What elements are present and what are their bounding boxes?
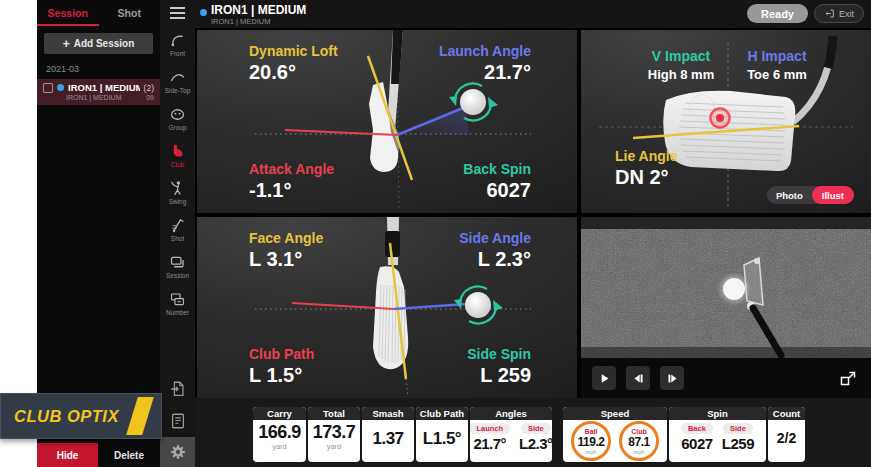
- session-count: (2): [144, 83, 154, 93]
- side-top-view-icon: [169, 69, 186, 86]
- toggle-illust[interactable]: Illust: [812, 186, 854, 204]
- club-path-label: Club Path: [249, 346, 314, 362]
- club-path-value: L1.5°: [416, 429, 468, 449]
- lie-angle-value: DN 2°: [615, 166, 678, 189]
- menu-button[interactable]: [160, 0, 195, 26]
- exit-label: Exit: [839, 9, 854, 19]
- nav-item-session[interactable]: Session: [160, 248, 195, 285]
- total-unit: yard: [308, 442, 360, 451]
- total-value: 173.7: [308, 422, 360, 443]
- nav-item-club[interactable]: Club: [160, 137, 195, 174]
- side-spin-label: Side Spin: [467, 346, 531, 362]
- h-impact-value: Toe 6 mm: [731, 67, 823, 83]
- attack-angle-metric: Attack Angle -1.1°: [249, 161, 334, 202]
- club-optix-screen: Session Shot + Add Session 2021-03 IRON1…: [0, 0, 871, 467]
- nav-label: Club: [171, 161, 184, 168]
- session-date-label: 2021-03: [37, 58, 160, 79]
- session-checkbox[interactable]: [43, 83, 53, 93]
- shot-stats-bar: Carry 166.9 yard Total 173.7 yard Smash …: [195, 398, 871, 467]
- club-speed-value: 87.1: [628, 435, 649, 449]
- main-header: IRON1 | MEDIUM IRON1 | MEDIUM Ready Exit: [195, 0, 871, 28]
- face-angle-value: L 3.1°: [249, 248, 323, 271]
- side-angle-metric: Side Angle L 2.3°: [459, 230, 531, 271]
- dynamic-loft-metric: Dynamic Loft 20.6°: [249, 43, 338, 84]
- ball-speed-value: 119.2: [578, 435, 605, 449]
- carry-value: 166.9: [253, 422, 306, 443]
- count-header: Count: [768, 407, 805, 420]
- carry-header: Carry: [253, 407, 306, 420]
- nav-label: Side-Top: [165, 87, 191, 94]
- hide-button[interactable]: Hide: [37, 443, 98, 467]
- session-status-dot: [57, 84, 64, 91]
- nav-item-shot[interactable]: Shot: [160, 211, 195, 248]
- club-speed-tag: Club: [631, 428, 647, 435]
- step-back-button[interactable]: [626, 366, 650, 390]
- number-view-icon: [169, 291, 186, 308]
- club-view-icon: [169, 143, 186, 160]
- launch-value: 21.7°: [473, 435, 506, 452]
- report-button[interactable]: [160, 408, 195, 434]
- face-angle-metric: Face Angle L 3.1°: [249, 230, 323, 271]
- ball-speed-unit: mph: [586, 449, 597, 455]
- play-button[interactable]: [592, 366, 616, 390]
- carry-unit: yard: [253, 442, 306, 451]
- club-path-metric: Club Path L 1.5°: [249, 346, 314, 387]
- smash-factor-value: 1.37: [362, 429, 414, 449]
- nav-label: Front: [170, 50, 185, 57]
- export-icon: [169, 380, 187, 398]
- tab-session[interactable]: Session: [37, 0, 99, 26]
- club-path-header: Club Path: [416, 407, 468, 420]
- delete-button[interactable]: Delete: [98, 443, 160, 467]
- group-view-icon: [169, 106, 186, 123]
- export-button[interactable]: [160, 376, 195, 402]
- nav-item-side-top[interactable]: Side-Top: [160, 63, 195, 100]
- lie-angle-label: Lie Angle: [615, 148, 678, 164]
- step-forward-button[interactable]: [660, 366, 684, 390]
- angles-card: Angles Launch 21.7° Side L2.3°: [470, 407, 552, 462]
- nav-item-front[interactable]: Front: [160, 26, 195, 63]
- ball-speed-tag: Ball: [585, 428, 598, 435]
- session-subtitle: IRON1 | MEDIUM: [66, 94, 122, 101]
- spin-header: Spin: [669, 407, 766, 420]
- dynamic-loft-label: Dynamic Loft: [249, 43, 338, 59]
- nav-item-swing[interactable]: Swing: [160, 174, 195, 211]
- nav-item-number[interactable]: Number: [160, 285, 195, 322]
- back-spin-tag: Back: [681, 423, 713, 434]
- add-session-button[interactable]: + Add Session: [44, 33, 153, 54]
- smash-factor-card: Smash Fac. 1.37: [362, 407, 414, 462]
- nav-item-group[interactable]: Group: [160, 100, 195, 137]
- club-path-card: Club Path L1.5°: [416, 407, 468, 462]
- club-speed-ring: Club 87.1 mph: [619, 421, 659, 461]
- fullscreen-icon: [838, 368, 858, 388]
- side-spin-stat-value: L259: [722, 435, 754, 452]
- back-spin-metric: Back Spin 6027: [463, 161, 531, 202]
- smash-factor-header: Smash Fac.: [362, 407, 414, 420]
- h-impact-label: H Impact: [731, 48, 823, 65]
- nav-label: Session: [166, 272, 189, 279]
- angles-header: Angles: [470, 407, 552, 420]
- total-header: Total: [308, 407, 360, 420]
- fullscreen-button[interactable]: [836, 366, 860, 390]
- spin-card: Spin Back 6027 Side L259: [669, 407, 766, 462]
- session-list-item[interactable]: IRON1 | MEDIUM (2) IRON1 | MEDIUM 09: [37, 79, 160, 105]
- launch-angle-metric: Launch Angle 21.7°: [439, 43, 531, 84]
- club-path-value: L 1.5°: [249, 364, 314, 387]
- exit-icon: [824, 8, 835, 19]
- camera-panel: [581, 217, 871, 398]
- launch-angle-label: Launch Angle: [439, 43, 531, 59]
- page-subtitle: IRON1 | MEDIUM: [211, 17, 270, 26]
- exit-button[interactable]: Exit: [814, 4, 864, 23]
- face-angle-label: Face Angle: [249, 230, 323, 246]
- nav-label: Number: [166, 309, 189, 316]
- view-icon-rail: Front Side-Top Group Club Swing Shot Ses…: [160, 0, 195, 467]
- side-spin-value: L 259: [467, 364, 531, 387]
- count-card: Count 2/2: [768, 407, 805, 462]
- settings-button[interactable]: [160, 437, 195, 467]
- toggle-photo[interactable]: Photo: [767, 190, 812, 201]
- dynamic-loft-value: 20.6°: [249, 61, 338, 84]
- launch-angle-value: 21.7°: [439, 61, 531, 84]
- back-spin-value: 6027: [463, 179, 531, 202]
- gear-icon: [169, 443, 187, 461]
- top-view-panel: Face Angle L 3.1° Side Angle L 2.3° Club…: [197, 217, 577, 398]
- tab-shot[interactable]: Shot: [99, 0, 161, 26]
